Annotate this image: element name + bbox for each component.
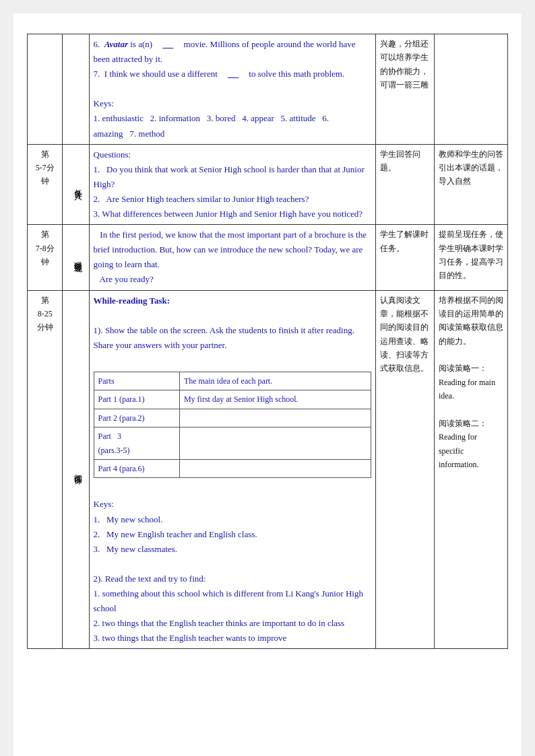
phase-cell: 课时任务呈现 (63, 225, 89, 290)
table-data-row: Part 2 (para.2) (94, 409, 371, 427)
part-label: Part 2 (para.2) (94, 409, 179, 427)
part-idea (179, 427, 371, 460)
student-activity-cell: 学生了解课时任务。 (375, 225, 434, 290)
time-cell: 第7-8分钟 (28, 225, 63, 290)
table-data-row: Part 3(pars.3-5) (94, 427, 371, 460)
time-text: 第5-7分钟 (32, 147, 58, 188)
student-activity-cell: 认真阅读文章，能根据不同的阅读目的运用查读、略读、扫读等方式获取信息。 (375, 290, 434, 649)
time-text: 第7-8分钟 (32, 228, 58, 269)
table-row: 第8-25分钟 阅读任务 While-reading Task: 1). Sho… (28, 290, 508, 649)
col-parts: Parts (94, 372, 179, 390)
student-activity-text: 认真阅读文章，能根据不同的阅读目的运用查读、略读、扫读等方式获取信息。 (380, 294, 430, 376)
teacher-activity-text: 培养根据不同的阅读目的运用简单的阅读策略获取信息的能力。阅读策略一：Readin… (439, 294, 503, 472)
content-text: 6. Avatar is a(n) movie. Millions of peo… (94, 37, 371, 141)
main-table: 6. Avatar is a(n) movie. Millions of peo… (27, 34, 508, 649)
part-idea (179, 409, 371, 427)
page: 6. Avatar is a(n) movie. Millions of peo… (13, 13, 522, 756)
phase-cell: 阅读任务 (63, 290, 89, 649)
part-idea: My first day at Senior High school. (179, 390, 371, 409)
content-text: Questions: 1. Do you think that work at … (94, 147, 371, 221)
table-header-row: Parts The main idea of each part. (94, 372, 371, 390)
content-text: While-reading Task: 1). Show the table o… (94, 294, 371, 646)
part-label: Part 3(pars.3-5) (94, 427, 179, 460)
student-activity-cell: 学生回答问题。 (375, 144, 434, 224)
time-text: 第8-25分钟 (32, 294, 58, 335)
col-main-idea: The main idea of each part. (179, 372, 371, 390)
table-row: 第7-8分钟 课时任务呈现 In the first period, we kn… (28, 225, 508, 290)
phase-text: 课时任务呈现 (71, 228, 84, 287)
phase-cell: 任务导入 (63, 144, 89, 224)
part-label: Part 4 (para.6) (94, 459, 179, 477)
phase-text: 任务导入 (71, 147, 84, 221)
content-cell: Questions: 1. Do you think that work at … (89, 144, 375, 224)
content-cell: In the first period, we know that the mo… (89, 225, 375, 290)
content-text: In the first period, we know that the mo… (94, 228, 371, 287)
teacher-activity-cell: 培养根据不同的阅读目的运用简单的阅读策略获取信息的能力。阅读策略一：Readin… (434, 290, 507, 649)
teacher-activity-cell: 教师和学生的问答引出本课的话题，导入自然 (434, 144, 507, 224)
student-activity-text: 学生了解课时任务。 (380, 228, 430, 255)
table-data-row: Part 4 (para.6) (94, 459, 371, 477)
part-idea (179, 459, 371, 477)
content-cell: 6. Avatar is a(n) movie. Millions of peo… (89, 34, 375, 145)
content-cell: While-reading Task: 1). Show the table o… (89, 290, 375, 649)
teacher-activity-text: 教师和学生的问答引出本课的话题，导入自然 (439, 147, 503, 188)
time-cell: 第8-25分钟 (28, 290, 63, 649)
table-row: 6. Avatar is a(n) movie. Millions of peo… (28, 34, 508, 145)
teacher-activity-cell (434, 34, 507, 145)
table-data-row: Part 1 (para.1) My first day at Senior H… (94, 390, 371, 409)
table-row: 第5-7分钟 任务导入 Questions: 1. Do you think t… (28, 144, 508, 224)
time-cell: 第5-7分钟 (28, 144, 63, 224)
teacher-activity-text: 提前呈现任务，使学生明确本课时学习任务，提高学习目的性。 (439, 228, 503, 283)
student-activity-cell: 兴趣，分组还可以培养学生的协作能力，可谓一箭三雕 (375, 34, 434, 145)
phase-cell (63, 34, 89, 145)
part-label: Part 1 (para.1) (94, 390, 179, 409)
time-cell (28, 34, 63, 145)
reading-table: Parts The main idea of each part. Part 1… (94, 372, 371, 478)
teacher-activity-cell: 提前呈现任务，使学生明确本课时学习任务，提高学习目的性。 (434, 225, 507, 290)
student-activity-text: 学生回答问题。 (380, 147, 430, 175)
phase-text: 阅读任务 (71, 294, 84, 646)
student-activity-text: 兴趣，分组还可以培养学生的协作能力，可谓一箭三雕 (380, 37, 430, 92)
